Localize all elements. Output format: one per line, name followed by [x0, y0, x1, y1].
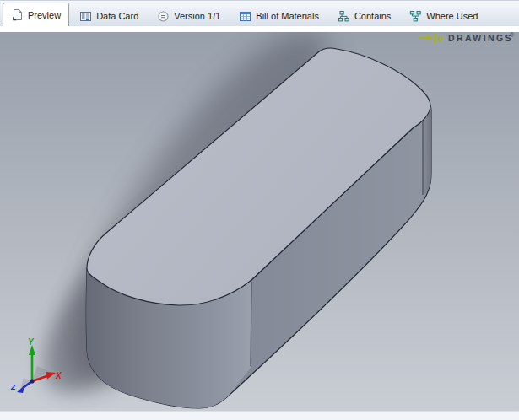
triad-x-label: X — [55, 371, 62, 380]
logo-e: e — [438, 32, 444, 45]
bill-of-materials-icon — [239, 10, 251, 23]
logo-wordmark: DRAWINGS — [448, 33, 513, 43]
cad-model-canvas[interactable]: e DRAWINGS ® Y X Z — [0, 32, 519, 411]
tab-label: Where Used — [426, 11, 478, 21]
status-strip — [0, 411, 519, 420]
tab-label: Bill of Materials — [256, 11, 319, 21]
tab-data-card[interactable]: Data Card — [71, 5, 147, 26]
logo-registered-mark: ® — [510, 32, 515, 38]
tab-label: Contains — [354, 11, 391, 21]
tab-preview[interactable]: Preview — [3, 3, 69, 26]
contains-icon — [338, 10, 350, 23]
tab-contains[interactable]: Contains — [329, 5, 399, 26]
tab-bill-of-materials[interactable]: Bill of Materials — [230, 5, 327, 26]
preview-tab-bar: Preview Data Card Version 1/1 — [0, 0, 519, 26]
tab-label: Data Card — [96, 11, 138, 21]
triad-z-label: Z — [10, 383, 16, 391]
version-icon — [157, 10, 170, 23]
tab-label: Preview — [28, 10, 61, 20]
preview-icon — [11, 8, 24, 21]
tab-version[interactable]: Version 1/1 — [149, 5, 229, 26]
edrawings-3d-viewport[interactable]: e DRAWINGS ® Y X Z — [0, 32, 519, 411]
tab-pane-edge — [0, 26, 519, 32]
edrawings-preview-window: Preview Data Card Version 1/1 — [0, 0, 519, 420]
where-used-icon — [409, 10, 422, 23]
tab-where-used[interactable]: Where Used — [401, 5, 486, 26]
tab-label: Version 1/1 — [174, 11, 220, 21]
data-card-icon — [79, 10, 92, 23]
